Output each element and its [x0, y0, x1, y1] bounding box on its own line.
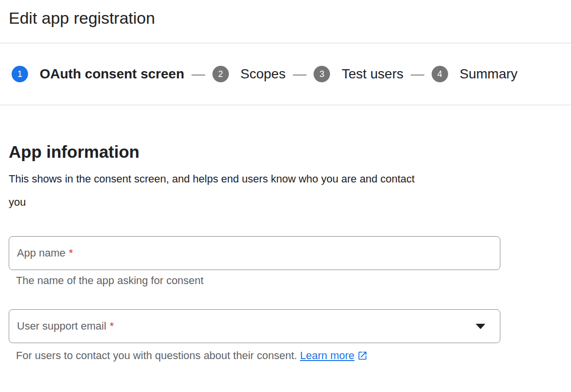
- app-name-label: App name: [17, 247, 65, 259]
- section-description-line: you: [9, 191, 562, 214]
- app-name-helper: The name of the app asking for consent: [16, 274, 562, 287]
- step-4-badge: 4: [432, 66, 448, 82]
- user-support-email-helper-text: For users to contact you with questions …: [16, 349, 297, 362]
- divider: [0, 105, 571, 106]
- step-2-label: Scopes: [240, 66, 286, 82]
- step-separator: —: [411, 66, 424, 82]
- step-summary[interactable]: 4 Summary: [432, 66, 518, 82]
- page-title: Edit app registration: [0, 0, 571, 28]
- step-separator: —: [192, 66, 205, 82]
- step-3-badge: 3: [314, 66, 330, 82]
- step-3-label: Test users: [342, 66, 404, 82]
- step-test-users[interactable]: 3 Test users: [314, 66, 404, 82]
- step-1-label: OAuth consent screen: [40, 66, 184, 82]
- step-separator: —: [293, 66, 306, 82]
- step-2-badge: 2: [212, 66, 229, 82]
- external-link-icon: [357, 350, 368, 361]
- section-description-line: This shows in the consent screen, and he…: [9, 167, 562, 191]
- dropdown-arrow-icon: [476, 324, 485, 329]
- step-4-label: Summary: [460, 66, 518, 82]
- section-description: This shows in the consent screen, and he…: [9, 167, 562, 214]
- section-heading: App information: [9, 141, 562, 163]
- user-support-email-label: User support email: [17, 320, 106, 332]
- app-name-field[interactable]: App name *: [9, 236, 500, 270]
- user-support-email-helper: For users to contact you with questions …: [16, 349, 562, 362]
- required-asterisk: *: [110, 320, 114, 332]
- required-asterisk: *: [69, 247, 73, 259]
- step-oauth-consent-screen[interactable]: 1 OAuth consent screen: [12, 66, 184, 82]
- learn-more-link[interactable]: Learn more: [300, 349, 355, 362]
- step-1-badge: 1: [12, 66, 28, 82]
- user-support-email-select[interactable]: User support email *: [9, 309, 500, 343]
- step-scopes[interactable]: 2 Scopes: [212, 66, 286, 82]
- stepper: 1 OAuth consent screen — 2 Scopes — 3 Te…: [0, 44, 571, 105]
